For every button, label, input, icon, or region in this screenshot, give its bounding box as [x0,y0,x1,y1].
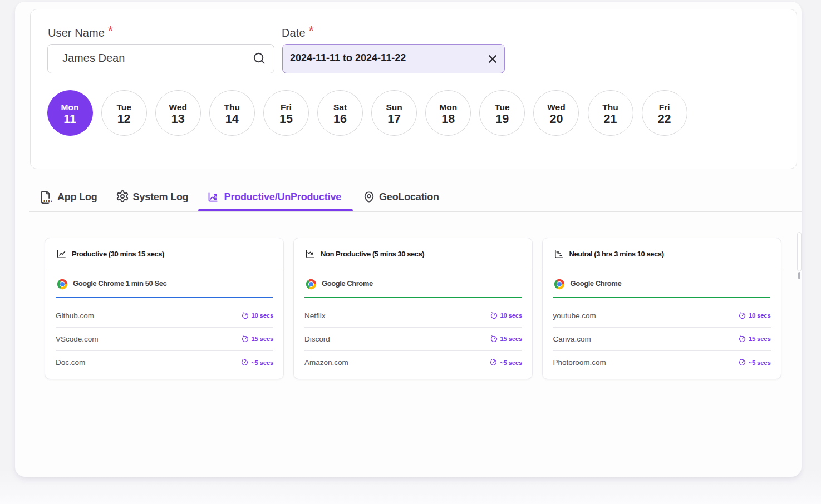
svg-text:LOG: LOG [43,198,52,203]
